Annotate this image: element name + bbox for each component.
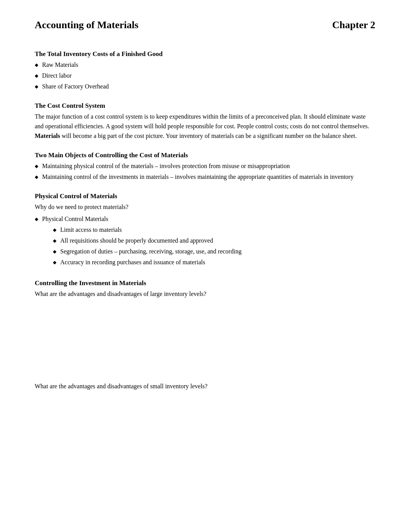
list-item-text: Maintaining control of the investments i… xyxy=(42,172,354,182)
page-header: Accounting of Materials Chapter 2 xyxy=(35,19,375,31)
diamond-icon: ◆ xyxy=(53,226,56,233)
list-item: ◆ Maintaining control of the investments… xyxy=(35,172,375,182)
list-item: ◆ All requisitions should be properly do… xyxy=(53,236,242,245)
two-main-objects-list: ◆ Maintaining physical control of the ma… xyxy=(35,161,375,182)
sub-list-item-text: Accuracy in recording purchases and issu… xyxy=(60,258,205,267)
diamond-icon: ◆ xyxy=(35,72,38,79)
diamond-icon: ◆ xyxy=(35,173,38,180)
section-heading-cost-control: The Cost Control System xyxy=(35,102,375,110)
diamond-icon: ◆ xyxy=(35,61,38,68)
list-item: ◆ Accuracy in recording purchases and is… xyxy=(53,258,242,267)
section-heading-controlling-investment: Controlling the Investment in Materials xyxy=(35,279,375,287)
diamond-icon: ◆ xyxy=(53,237,56,244)
small-inventory-text: What are the advantages and disadvantage… xyxy=(35,382,375,391)
sub-bullet-list: ◆ Limit access to materials ◆ All requis… xyxy=(53,225,242,267)
cost-control-body: The major function of a cost control sys… xyxy=(35,112,375,141)
cost-control-text-2: will become a big part of the cost pictu… xyxy=(60,133,357,139)
list-item-text: Maintaining physical control of the mate… xyxy=(42,161,290,171)
diamond-icon: ◆ xyxy=(35,163,38,170)
section-heading-physical-control: Physical Control of Materials xyxy=(35,192,375,200)
section-cost-control-system: The Cost Control System The major functi… xyxy=(35,102,375,141)
list-item-text: Share of Factory Overhead xyxy=(42,82,109,91)
list-item: ◆ Share of Factory Overhead xyxy=(35,82,375,91)
chapter-label: Chapter 2 xyxy=(332,19,375,31)
section-two-main-objects: Two Main Objects of Controlling the Cost… xyxy=(35,151,375,182)
diamond-icon: ◆ xyxy=(53,248,56,255)
list-item: ◆ Direct labor xyxy=(35,71,375,80)
section-controlling-investment: Controlling the Investment in Materials … xyxy=(35,279,375,371)
physical-control-intro: Why do we need to protect materials? xyxy=(35,202,375,212)
sub-list-item-text: Limit access to materials xyxy=(60,225,122,235)
list-item: ◆ Segregation of duties – purchasing, re… xyxy=(53,247,242,256)
sub-list-item-text: Segregation of duties – purchasing, rece… xyxy=(60,247,242,256)
physical-control-list: ◆ Physical Control Materials ◆ Limit acc… xyxy=(35,214,375,269)
controlling-investment-intro: What are the advantages and disadvantage… xyxy=(35,289,375,299)
cost-control-text-1: The major function of a cost control sys… xyxy=(35,113,369,129)
section-heading-two-main-objects: Two Main Objects of Controlling the Cost… xyxy=(35,151,375,159)
diamond-icon: ◆ xyxy=(35,216,38,223)
physical-control-item: Physical Control Materials ◆ Limit acces… xyxy=(42,214,242,269)
list-item: ◆ Maintaining physical control of the ma… xyxy=(35,161,375,171)
section-small-inventory: What are the advantages and disadvantage… xyxy=(35,382,375,391)
total-inventory-bullet-list: ◆ Raw Materials ◆ Direct labor ◆ Share o… xyxy=(35,60,375,91)
list-item: ◆ Physical Control Materials ◆ Limit acc… xyxy=(35,214,375,269)
large-space-area xyxy=(35,301,375,371)
section-total-inventory-costs: The Total Inventory Costs of a Finished … xyxy=(35,50,375,91)
page-title: Accounting of Materials xyxy=(35,19,139,31)
list-item-text: Physical Control Materials xyxy=(42,216,108,222)
diamond-icon: ◆ xyxy=(35,83,38,90)
diamond-icon: ◆ xyxy=(53,259,56,266)
list-item: ◆ Limit access to materials xyxy=(53,225,242,235)
list-item: ◆ Raw Materials xyxy=(35,60,375,70)
list-item-text: Raw Materials xyxy=(42,60,78,70)
sub-list-item-text: All requisitions should be properly docu… xyxy=(60,236,213,245)
list-item-text: Direct labor xyxy=(42,71,72,80)
page: Accounting of Materials Chapter 2 The To… xyxy=(0,0,410,532)
section-heading-total-inventory: The Total Inventory Costs of a Finished … xyxy=(35,50,375,58)
section-physical-control: Physical Control of Materials Why do we … xyxy=(35,192,375,269)
cost-control-bold: Materials xyxy=(35,133,60,139)
